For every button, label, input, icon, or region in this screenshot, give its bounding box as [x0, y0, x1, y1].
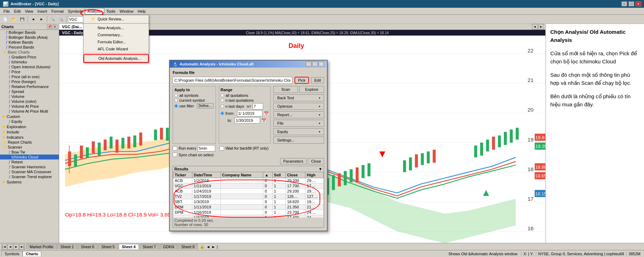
tab-charts[interactable]: Charts: [23, 251, 41, 256]
sheet-nav-first[interactable]: |◄: [1, 244, 7, 250]
explore-button[interactable]: Explore: [299, 86, 324, 93]
sheet-nav-prev[interactable]: ◄: [7, 244, 13, 250]
aa-maximize[interactable]: □: [312, 62, 318, 67]
menu-analysis[interactable]: Analysis: [85, 8, 104, 14]
table-row[interactable]: VGC1/11/20190117.70017....: [173, 183, 324, 189]
menu-symbols[interactable]: Symbols: [66, 8, 85, 14]
toolbar-save[interactable]: 💾: [18, 16, 26, 23]
n-input[interactable]: [253, 103, 263, 109]
menu-quick-review[interactable]: ⚡ Quick Review...: [83, 15, 149, 23]
chart-nav-right[interactable]: ►: [538, 24, 544, 30]
tree-item-price-foreign[interactable]: ƒ Price (foreign): [0, 79, 59, 84]
chart-tab-vgc[interactable]: VGC (Dai...: [59, 24, 85, 30]
toolbar-zoom-out[interactable]: 🔍: [57, 16, 65, 23]
table-row[interactable]: SBT1/3/20190118.82019....: [173, 199, 324, 205]
table-row[interactable]: TV21/17/201901126....127....: [173, 194, 324, 199]
report-button[interactable]: Report... ▾: [273, 111, 324, 118]
aa-minimize[interactable]: −: [306, 62, 311, 67]
run-every-input[interactable]: [198, 145, 215, 151]
table-row[interactable]: ACB1/2/20190129.20029....: [173, 178, 324, 183]
menu-new-analysis[interactable]: New Analysis...: [83, 24, 149, 31]
tree-item-price[interactable]: ƒ Price: [0, 69, 59, 74]
tree-item-spread[interactable]: ƒ Spread: [0, 89, 59, 94]
menu-afl-wizard[interactable]: AFL Code Wizard: [83, 45, 149, 52]
tree-group-scanner[interactable]: ▼ Scanner: [0, 145, 59, 150]
tree-item-equity[interactable]: ƒ Equity: [0, 119, 59, 124]
sheet-tab-1[interactable]: Sheet 1: [57, 244, 77, 249]
chart-nav-left[interactable]: ◄: [532, 24, 538, 30]
radio-n-last-days[interactable]: [221, 105, 224, 108]
tree-item-scanner-trend[interactable]: ƒ Scanner Trend explorer: [0, 174, 59, 179]
date-picker-icon[interactable]: 📅: [264, 111, 269, 116]
results-expand[interactable]: ▼: [318, 167, 322, 171]
pick-button[interactable]: Pick: [295, 77, 309, 84]
scan-button[interactable]: Scan: [273, 86, 298, 93]
table-row[interactable]: DPM1/16/20190123.70024....: [173, 210, 324, 215]
menu-tools[interactable]: Tools: [104, 8, 118, 14]
sheet-tab-gdkn[interactable]: GDKN: [160, 244, 178, 249]
optimize-button[interactable]: Optimize ▾: [273, 103, 324, 110]
radio-all[interactable]: [174, 94, 178, 97]
define-button[interactable]: Define...: [197, 103, 213, 108]
menu-window[interactable]: Window: [118, 8, 136, 14]
tree-group-indicators[interactable]: ▶ Indicators: [0, 134, 59, 140]
tree-group-custom[interactable]: ▶ Custom: [0, 114, 59, 119]
to-date-picker-icon[interactable]: 📅: [261, 118, 266, 123]
charts-pin[interactable]: 📌: [47, 25, 52, 29]
results-table-container[interactable]: Ticker Date/Time Company Name ▲ Sell Clo…: [173, 172, 324, 218]
radio-n-last-quot[interactable]: [221, 99, 224, 102]
menu-formula-editor[interactable]: Formula Editor...: [83, 38, 149, 45]
tree-group-exploration[interactable]: ▶ Exploration: [0, 124, 59, 129]
file-button[interactable]: File ▾: [273, 120, 324, 127]
tree-item-bow-tie[interactable]: ƒ Bow Tie: [0, 150, 59, 155]
toolbar-new[interactable]: 📄: [1, 16, 9, 23]
tree-item-vol-at-price[interactable]: ƒ Volume At Price: [0, 104, 59, 109]
tree-group-include[interactable]: ▶ Include: [0, 129, 59, 134]
settings-button[interactable]: Settings...: [273, 137, 324, 144]
toolbar-zoom-in[interactable]: 🔍: [49, 16, 56, 23]
tree-group-systems[interactable]: ▶ Systems: [0, 179, 59, 184]
menu-help[interactable]: Help: [136, 8, 148, 14]
toolbar-open[interactable]: 📂: [10, 16, 18, 23]
tree-item-vol-at-price-multi[interactable]: ƒ Volume At Price Multi: [0, 109, 59, 114]
tree-item-ichimoku[interactable]: ƒ Ichimoku: [0, 59, 59, 64]
radio-current[interactable]: [174, 99, 178, 102]
to-date-input[interactable]: [235, 117, 260, 124]
close-btn[interactable]: ×: [636, 1, 641, 6]
tree-item-keltner[interactable]: ƒ Keltner Bands: [0, 40, 59, 45]
sheet-tab-6[interactable]: Sheet 6: [78, 244, 98, 249]
tree-item-bollinger[interactable]: ƒ Bollinger Bands: [0, 30, 59, 35]
tree-item-price-all[interactable]: ƒ Price (all in one): [0, 74, 59, 79]
maximize-btn[interactable]: □: [628, 1, 634, 6]
edit-button[interactable]: Edit: [311, 77, 324, 83]
tree-item-retest[interactable]: ƒ Retest: [0, 159, 59, 164]
menu-file[interactable]: File: [1, 8, 12, 14]
menu-format[interactable]: Format: [49, 8, 66, 14]
tree-item-ichimoku-cloud[interactable]: ƒ Ichimoku Cloud: [0, 155, 59, 159]
radio-from[interactable]: [221, 112, 224, 115]
toolbar-fwd[interactable]: ►: [38, 16, 45, 23]
tree-item-relative[interactable]: ƒ Relative Performance: [0, 84, 59, 89]
menu-insert[interactable]: Insert: [35, 8, 49, 14]
tree-group-report[interactable]: ▼ Report Charts: [0, 140, 59, 145]
parameters-button[interactable]: Parameters: [280, 158, 306, 164]
equity-button[interactable]: Equity ▾: [273, 128, 324, 135]
tab-symbols[interactable]: Symbols: [1, 251, 23, 256]
table-row[interactable]: ...1/3/20190117.40024....: [173, 215, 324, 218]
menu-view[interactable]: View: [23, 8, 36, 14]
tree-item-volume[interactable]: ƒ Volume: [0, 94, 59, 99]
run-every-check[interactable]: [173, 146, 177, 151]
charts-close[interactable]: ×: [52, 25, 57, 29]
tree-item-open-interest[interactable]: ƒ Open Interest (futures): [0, 64, 59, 69]
close-dialog-button[interactable]: Close: [308, 158, 324, 164]
radio-filter[interactable]: [174, 104, 178, 108]
radio-all-quot[interactable]: [221, 94, 224, 97]
from-date-input[interactable]: [237, 110, 262, 117]
sheet-nav-next[interactable]: ►: [13, 244, 19, 250]
aa-close[interactable]: ×: [318, 62, 324, 67]
sheet-nav-last[interactable]: ►|: [19, 244, 25, 250]
tree-item-scanner-harmonics[interactable]: ƒ Scanner Harmonics: [0, 164, 59, 169]
menu-old-aa[interactable]: Old Automatic Analysis...: [83, 54, 149, 63]
tree-group-basic[interactable]: ▼ Basic Charts: [0, 50, 59, 55]
tree-item-bollinger-area[interactable]: ƒ Bollinger Bands (Area): [0, 35, 59, 40]
